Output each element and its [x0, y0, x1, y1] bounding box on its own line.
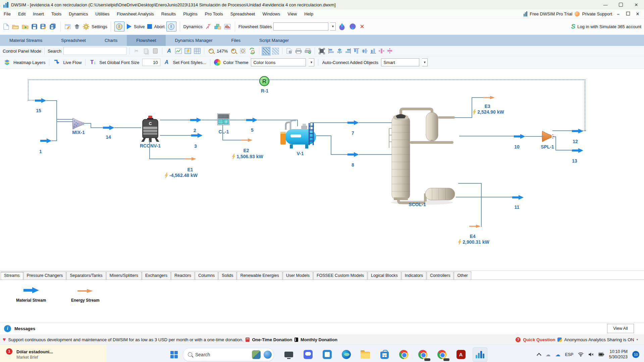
palette-tab-pressure-changers[interactable]: Pressure Changers — [23, 272, 66, 280]
tab-script-manager[interactable]: Script Manager — [250, 35, 298, 46]
palette-tab-exchangers[interactable]: Exchangers — [142, 272, 171, 280]
free-pro-trial-link[interactable]: Free DWSIM Pro Trial — [530, 11, 572, 16]
analytics-toggle[interactable]: Anonymous Analytics Sharing is ON — [564, 337, 634, 342]
align-bottom-icon[interactable] — [369, 47, 377, 55]
settings-button[interactable]: Settings — [92, 24, 107, 29]
material-stream-8-arrow[interactable] — [347, 152, 359, 157]
material-stream-3-label[interactable]: 3 — [194, 143, 197, 149]
material-stream-3-arrow[interactable] — [191, 133, 203, 138]
dynamics-models-icon[interactable] — [214, 21, 222, 32]
view-all-button[interactable]: View All — [607, 324, 634, 333]
mixer-label[interactable]: MIX-1 — [72, 130, 85, 135]
mixer-unit[interactable] — [72, 117, 85, 130]
grid-hatch-on-icon[interactable] — [262, 47, 270, 55]
energy-stream-E4-arrow[interactable] — [469, 224, 481, 228]
taskbar-app-teams-1[interactable] — [301, 347, 315, 362]
zoom-in-icon[interactable]: + — [230, 47, 237, 55]
material-stream-14-arrow[interactable] — [103, 125, 114, 130]
add-chart-icon[interactable] — [175, 47, 182, 55]
color-theme-select[interactable]: Color Icons — [251, 58, 306, 66]
save-as-button[interactable] — [40, 21, 47, 32]
menu-plugins[interactable]: Plugins — [179, 11, 201, 16]
conversion-reactor-unit[interactable]: C — [141, 116, 160, 142]
tray-expand-icon[interactable] — [537, 353, 541, 357]
cooler-label[interactable]: CL-1 — [218, 129, 229, 134]
taskbar-search[interactable]: Search — [183, 348, 274, 361]
material-stream-12-arrow[interactable] — [572, 129, 583, 133]
delete-state-button[interactable]: ✕ — [359, 21, 365, 32]
open-recent-button[interactable] — [21, 21, 29, 32]
font-size-input[interactable]: 10 — [142, 59, 160, 66]
taskbar-app-monitor-0[interactable] — [281, 347, 296, 362]
settings-gear-icon[interactable] — [82, 21, 90, 32]
flash-separator-unit[interactable] — [280, 117, 320, 149]
palette-tab-logical-blocks[interactable]: Logical Blocks — [368, 272, 401, 280]
restore-button[interactable] — [613, 0, 629, 9]
palette-tab-separators-tanks[interactable]: Separators/Tanks — [66, 272, 106, 280]
energy-stream-E3-arrow[interactable] — [483, 96, 495, 100]
conversion-reactor-label[interactable]: RCONV-1 — [140, 143, 161, 148]
close-button[interactable]: ✕ — [629, 0, 644, 9]
menu-flowsheet-analysis[interactable]: Flowsheet Analysis — [113, 11, 158, 16]
analytics-caret-icon[interactable]: ▾ — [636, 338, 638, 341]
tab-spreadsheet[interactable]: Spreadsheet — [52, 35, 95, 46]
palette-material-stream[interactable]: Material Stream — [16, 287, 46, 303]
battery-icon[interactable] — [598, 353, 604, 356]
material-stream-5-label[interactable]: 5 — [251, 127, 254, 133]
solve-hold-toggle[interactable] — [114, 21, 124, 32]
material-stream-1-label[interactable]: 1 — [39, 149, 42, 154]
search-input[interactable] — [63, 47, 126, 55]
login-simulate365-button[interactable]: Log in with Simulate 365 account — [577, 24, 641, 29]
start-button[interactable] — [170, 351, 177, 358]
energy-stream-E1-label[interactable]: E1 — [187, 167, 193, 172]
taskbar-clock[interactable]: 10:10 PM 5/30/2023 — [609, 349, 628, 360]
palette-tab-solids[interactable]: Solids — [218, 272, 236, 280]
report-window-button[interactable] — [64, 21, 72, 32]
material-stream-7-arrow[interactable] — [347, 120, 359, 125]
material-stream-2-label[interactable]: 2 — [194, 128, 196, 133]
palette-energy-stream[interactable]: Energy Stream — [71, 289, 100, 303]
new-file-button[interactable] — [3, 21, 10, 32]
align-left-icon[interactable] — [327, 47, 335, 55]
align-right-icon[interactable] — [344, 47, 352, 55]
material-stream-7-label[interactable]: 7 — [352, 130, 354, 136]
copy-icon[interactable] — [142, 47, 150, 55]
taskbar-app-chrome-badge-8[interactable] — [434, 347, 449, 362]
print-icon[interactable] — [295, 47, 302, 55]
material-stream-11-label[interactable]: 11 — [515, 204, 520, 210]
align-top-icon[interactable] — [353, 47, 360, 55]
mdi-minimize-button[interactable]: – — [614, 11, 622, 16]
flowsheet-canvas[interactable]: R R-1 MIX-1 C RCONV-1 CL-1 — [0, 69, 644, 270]
energy-stream-E3-label[interactable]: E3 — [484, 104, 490, 109]
palette-tab-columns[interactable]: Columns — [195, 272, 218, 280]
autoconnect-select[interactable]: Smart — [381, 58, 419, 66]
save-all-button[interactable] — [49, 21, 57, 32]
taskbar-app-folder-4[interactable] — [358, 347, 373, 362]
menu-results[interactable]: Results — [158, 11, 179, 16]
control-panel-mode-button[interactable]: Control Panel Mode — [3, 49, 41, 54]
abort-icon[interactable] — [147, 21, 153, 32]
material-stream-8-label[interactable]: 8 — [352, 162, 354, 168]
tab-charts[interactable]: Charts — [95, 35, 127, 46]
wifi-icon[interactable] — [578, 352, 584, 357]
bing-image-icon[interactable] — [252, 350, 261, 359]
tab-dynamics-manager[interactable]: Dynamics Manager — [166, 35, 222, 46]
palette-tab-controllers[interactable]: Controllers — [427, 272, 453, 280]
font-icon[interactable]: A — [165, 47, 173, 55]
mdi-close-button[interactable]: ✕ — [634, 11, 641, 16]
energy-stream-E4-label[interactable]: E4 — [470, 234, 475, 239]
master-table-icon[interactable] — [184, 47, 192, 55]
print-preview-icon[interactable] — [304, 47, 312, 55]
autoconnect-caret[interactable]: ▼ — [422, 58, 428, 66]
dynamics-hold-toggle[interactable] — [166, 21, 176, 32]
splitter-label[interactable]: SPL-1 — [541, 144, 554, 149]
monthly-donation-link[interactable]: Monthly Donation — [301, 337, 337, 342]
taskbar-app-dwsim-10[interactable] — [473, 347, 487, 362]
palette-tab-renewable-energies[interactable]: Renewable Energies — [237, 272, 282, 280]
menu-tools[interactable]: Tools — [48, 11, 65, 16]
material-stream-15-arrow[interactable] — [35, 98, 46, 103]
distribute-h-icon[interactable] — [378, 47, 385, 55]
flowsheet-states-caret[interactable]: ▼ — [330, 22, 336, 31]
taskbar-app-store-5[interactable] — [377, 347, 392, 362]
color-theme-caret[interactable]: ▼ — [309, 58, 314, 66]
